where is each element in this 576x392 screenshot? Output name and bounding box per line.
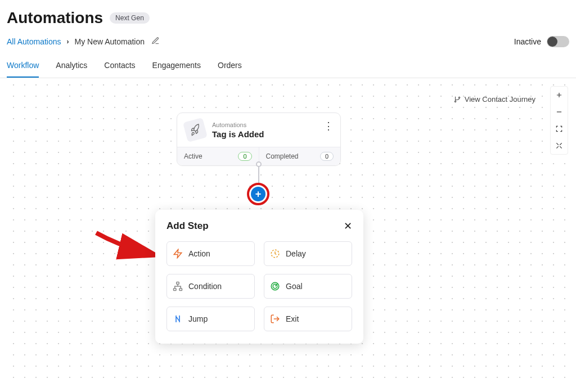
svg-rect-5 — [174, 289, 177, 291]
trigger-card[interactable]: Automations Tag is Added ⋮ Active 0 Comp… — [177, 112, 341, 166]
stat-active: Active 0 — [177, 147, 259, 165]
stat-active-label: Active — [184, 152, 202, 160]
breadcrumb-row: All Automations › My New Automation Inac… — [0, 31, 576, 55]
status-label: Inactive — [514, 37, 541, 46]
trigger-title: Tag is Added — [212, 129, 332, 139]
toggle-handle — [547, 37, 557, 47]
branch-icon — [453, 96, 461, 103]
step-goal-label: Goal — [286, 282, 303, 291]
minus-icon — [555, 108, 563, 116]
status-area: Inactive — [514, 36, 569, 47]
tab-engagements[interactable]: Engagements — [152, 55, 201, 78]
view-contact-journey-button[interactable]: View Contact Journey — [453, 95, 536, 103]
trigger-overline: Automations — [212, 121, 332, 128]
pencil-icon[interactable] — [151, 37, 160, 47]
corners-icon — [555, 125, 563, 133]
target-icon — [270, 281, 280, 291]
step-delay-label: Delay — [286, 249, 306, 258]
active-toggle[interactable] — [547, 36, 569, 47]
svg-rect-4 — [177, 282, 179, 285]
stat-active-count: 0 — [238, 152, 251, 161]
step-action-button[interactable]: Action — [166, 241, 255, 266]
step-condition-button[interactable]: Condition — [166, 274, 255, 299]
step-delay-button[interactable]: Delay — [264, 241, 352, 266]
page-header: Automations Next Gen — [0, 0, 576, 31]
stat-completed-count: 0 — [320, 152, 334, 161]
tab-contacts[interactable]: Contacts — [104, 55, 135, 78]
svg-rect-6 — [179, 289, 182, 291]
canvas-controls — [550, 86, 568, 155]
page-title: Automations — [7, 9, 103, 27]
breadcrumb-current: My New Automation — [75, 37, 145, 46]
next-gen-badge: Next Gen — [110, 12, 150, 24]
plus-circle-icon: + — [251, 187, 266, 201]
breadcrumb-root-link[interactable]: All Automations — [7, 37, 61, 46]
trigger-card-header: Automations Tag is Added ⋮ — [177, 113, 340, 147]
fit-view-button[interactable] — [551, 120, 568, 137]
trigger-text: Automations Tag is Added — [212, 121, 332, 139]
stat-completed: Completed 0 — [259, 147, 341, 165]
plus-icon — [555, 91, 563, 99]
step-grid: Action Delay Condition Goal Jump Exit — [166, 241, 352, 331]
expand-icon — [555, 142, 563, 150]
svg-point-0 — [458, 97, 460, 98]
step-condition-label: Condition — [188, 282, 222, 291]
rocket-icon — [183, 118, 208, 142]
popup-header: Add Step ✕ — [166, 220, 352, 232]
step-jump-label: Jump — [188, 314, 208, 323]
step-exit-button[interactable]: Exit — [264, 307, 352, 331]
tabs: Workflow Analytics Contacts Engagements … — [0, 55, 576, 78]
workflow-canvas[interactable]: View Contact Journey Automations Tag is … — [7, 78, 569, 385]
add-step-button[interactable]: + — [247, 183, 269, 205]
step-action-label: Action — [188, 249, 210, 258]
close-icon[interactable]: ✕ — [344, 220, 352, 232]
jump-icon — [173, 314, 183, 324]
tab-orders[interactable]: Orders — [218, 55, 242, 78]
fullscreen-button[interactable] — [551, 137, 568, 154]
zoom-out-button[interactable] — [551, 103, 568, 120]
svg-point-1 — [454, 101, 456, 102]
step-goal-button[interactable]: Goal — [264, 274, 352, 299]
step-exit-label: Exit — [286, 314, 299, 323]
bolt-icon — [173, 249, 183, 259]
kebab-menu-icon[interactable]: ⋮ — [323, 120, 334, 132]
tab-analytics[interactable]: Analytics — [56, 55, 87, 78]
add-step-popup: Add Step ✕ Action Delay Condition Goal — [155, 210, 363, 344]
zoom-in-button[interactable] — [551, 87, 568, 103]
view-contact-journey-label: View Contact Journey — [465, 95, 536, 103]
tab-workflow[interactable]: Workflow — [7, 55, 39, 78]
stat-completed-label: Completed — [266, 152, 299, 160]
popup-title: Add Step — [166, 220, 209, 232]
step-jump-button[interactable]: Jump — [166, 307, 255, 331]
sitemap-icon — [173, 281, 183, 291]
connector-dot — [256, 161, 262, 167]
exit-icon — [270, 314, 280, 324]
chevron-right-icon: › — [67, 38, 69, 46]
clock-icon — [270, 249, 280, 259]
breadcrumb: All Automations › My New Automation — [7, 37, 160, 47]
